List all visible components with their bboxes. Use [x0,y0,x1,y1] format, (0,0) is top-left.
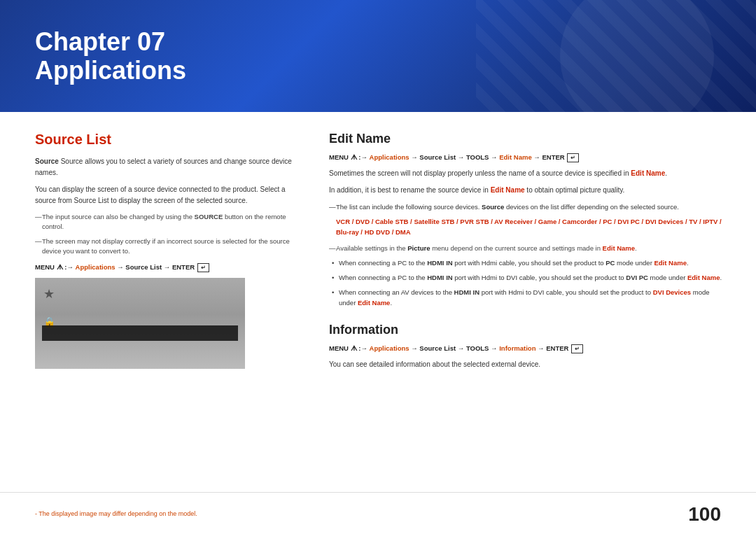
source-para1: Source Source allows you to select a var… [35,156,301,178]
source-bullet2: The screen may not display correctly if … [35,237,301,257]
source-para2: You can display the screen of a source d… [35,184,301,206]
edit-name-title: Edit Name [329,132,728,146]
applications-label: Applications [35,56,186,85]
chapter-label: Chapter 07 [35,27,186,56]
source-list-title: Source List [35,132,301,148]
left-column: Source List Source Source allows you to … [35,132,301,478]
right-column: Edit Name MENU ᗑ :→ Applications → Sourc… [329,132,728,478]
selected-bar [42,325,238,341]
star-icon: ★ [43,286,55,302]
page-footer: - The displayed image may differ dependi… [0,492,756,534]
edit-para2: In addition, it is best to rename the so… [329,185,728,196]
source-bold: Source [35,157,59,165]
source-bullet1: The input source can also be changed by … [35,212,301,232]
hdmi-bullet1: When connecting a PC to the HDMI IN port… [329,258,728,268]
source-menu-path: MENU ᗑ :→ Applications → Source List → E… [35,263,301,272]
footer-note: - The displayed image may differ dependi… [35,510,197,517]
picture-dash: Available settings in the Picture menu d… [329,244,728,253]
main-content: Source List Source Source allows you to … [0,112,756,492]
page-header: Chapter 07 Applications [0,0,756,112]
source-devices-dash: The list can include the following sourc… [329,202,728,212]
info-menu-path: MENU ᗑ :→ Applications → Source List → T… [329,344,728,353]
header-title: Chapter 07 Applications [35,27,186,85]
edit-para1: Sometimes the screen will not display pr… [329,168,728,179]
hdmi-bullet3: When connecting an AV devices to the HDM… [329,287,728,308]
information-section: Information MENU ᗑ :→ Applications → Sou… [329,323,728,370]
source-list-screenshot: ★ 🔒 [35,278,245,369]
devices-list: VCR / DVD / Cable STB / Satellite STB / … [329,216,728,237]
edit-name-menu-path: MENU ᗑ :→ Applications → Source List → T… [329,153,728,162]
hdmi-bullet2: When connecting a PC to the HDMI IN port… [329,272,728,283]
page-number: 100 [688,503,721,526]
information-title: Information [329,323,728,337]
info-para: You can see detailed information about t… [329,359,728,370]
